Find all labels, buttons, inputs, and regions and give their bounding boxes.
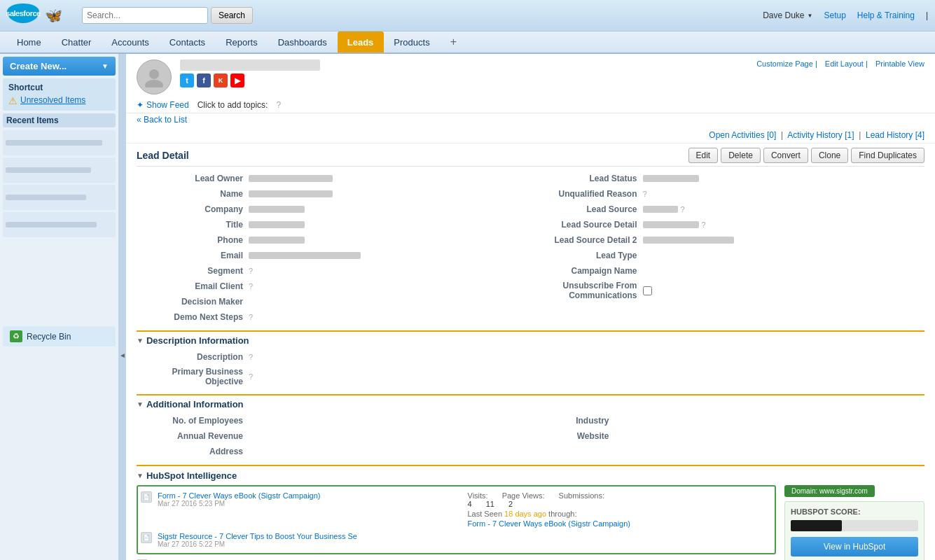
segment-value: ?: [249, 267, 531, 275]
activity-details-1: Form - 7 Clever Ways eBook (Sigstr Campa…: [158, 491, 462, 528]
recent-placeholder-bar: [6, 222, 97, 227]
printable-view-link[interactable]: Printable View: [875, 59, 924, 68]
description-section-header[interactable]: ▼ Description Information: [137, 332, 924, 349]
sidebar-container: Create New... ▼ Shortcut ⚠ Unresolved It…: [0, 54, 126, 560]
lead-status-row: Lead Status: [531, 171, 925, 186]
unqualified-help-icon: ?: [643, 190, 647, 198]
search-button[interactable]: Search: [211, 7, 253, 24]
facebook-icon[interactable]: f: [197, 74, 211, 88]
page-actions: Customize Page | Edit Layout | Printable…: [751, 59, 924, 68]
decision-maker-label: Decision Maker: [137, 297, 249, 307]
fields-right-col: Lead Status Unqualified Reason ? Lead So…: [531, 171, 925, 325]
hubspot-score-section: HUBSPOT SCORE: View in HubSpot: [784, 501, 924, 560]
title-value: [249, 221, 531, 228]
segment-label: Segment: [137, 266, 249, 276]
email-client-label: Email Client: [137, 281, 249, 291]
twitter-icon[interactable]: t: [180, 74, 194, 88]
nav-products[interactable]: Products: [384, 31, 440, 52]
additional-section: ▼ Additional Information No. of Employee…: [126, 394, 935, 459]
unsubscribe-checkbox[interactable]: [643, 286, 652, 295]
edit-layout-link[interactable]: Edit Layout: [825, 59, 864, 68]
activity-stats-values: 4 11 2: [468, 500, 773, 508]
create-dropdown-icon: ▼: [102, 62, 109, 70]
activity-stats-row: Visits: Page Views: Submissions:: [468, 491, 773, 500]
description-right: [531, 349, 925, 388]
nav-accounts[interactable]: Accounts: [102, 31, 159, 52]
email-label: Email: [137, 251, 249, 260]
nav-home[interactable]: Home: [7, 31, 52, 52]
user-menu[interactable]: Dave Duke ▼: [763, 10, 812, 20]
lead-detail-section: Lead Detail Edit Delete Convert Clone Fi…: [126, 144, 935, 325]
delete-button[interactable]: Delete: [721, 148, 761, 163]
topics-info-icon[interactable]: ?: [276, 100, 281, 110]
activity-title-1[interactable]: Form - 7 Clever Ways eBook (Sigstr Campa…: [158, 491, 462, 500]
activity-title-2[interactable]: Sigstr Resource - 7 Clever Tips to Boost…: [158, 532, 772, 540]
hubspot-right-panel: Domain: www.sigstr.com HUBSPOT SCORE: Vi…: [784, 485, 924, 560]
customize-page-link[interactable]: Customize Page: [756, 59, 813, 68]
top-bar: salesforce 🦋 Search Dave Duke ▼ Setup He…: [0, 0, 935, 31]
description-sub-section: ▼ Description Information Description ? …: [137, 330, 924, 388]
recent-item-1: [3, 130, 116, 155]
description-label: Description: [137, 352, 249, 362]
nav-chatter[interactable]: Chatter: [52, 31, 102, 52]
company-value: [249, 206, 531, 213]
help-link[interactable]: Help & Training: [857, 10, 915, 20]
hubspot-highlighted-group: 📄 Form - 7 Clever Ways eBook (Sigstr Cam…: [137, 485, 776, 554]
additional-left: No. of Employees Annual Revenue Address: [137, 413, 531, 459]
open-activities-link[interactable]: Open Activities [0]: [709, 130, 776, 140]
hubspot-header[interactable]: ▼ HubSpot Intelligence: [137, 470, 924, 485]
lead-type-label: Lead Type: [531, 251, 643, 260]
nav-contacts[interactable]: Contacts: [160, 31, 216, 52]
setup-link[interactable]: Setup: [824, 10, 845, 20]
search-input[interactable]: [82, 7, 208, 24]
hubspot-left-panel: 📄 Form - 7 Clever Ways eBook (Sigstr Cam…: [137, 485, 776, 560]
primary-business-row: Primary Business Objective ?: [137, 365, 531, 388]
avatar-icon: [144, 66, 165, 88]
lead-source-detail2-value: [643, 237, 925, 244]
hubspot-activity-item-2: 📄 Sigstr Resource - 7 Clever Tips to Boo…: [141, 530, 772, 550]
feed-bar: ✦ Show Feed Click to add topics: ?: [126, 97, 935, 113]
create-new-button[interactable]: Create New... ▼: [3, 57, 116, 76]
find-duplicates-button[interactable]: Find Duplicates: [851, 148, 924, 163]
sidebar-spacer: [0, 239, 118, 323]
clone-button[interactable]: Clone: [811, 148, 848, 163]
last-seen-campaign: Form - 7 Clever Ways eBook (Sigstr Campa…: [468, 519, 773, 528]
convert-button[interactable]: Convert: [763, 148, 808, 163]
description-help-icon: ?: [249, 353, 253, 361]
user-dropdown-icon: ▼: [808, 13, 813, 19]
email-client-help-icon: ?: [249, 282, 253, 290]
description-section: ▼ Description Information Description ? …: [126, 330, 935, 388]
activity-history-link[interactable]: Activity History [1]: [787, 130, 854, 140]
nav-leads[interactable]: Leads: [338, 31, 385, 52]
back-to-list-link[interactable]: « Back to List: [126, 113, 935, 126]
nav-dashboards[interactable]: Dashboards: [268, 31, 338, 52]
lead-history-link[interactable]: Lead History [4]: [866, 130, 924, 140]
unsubscribe-label: Unsubscribe From Communications: [531, 281, 643, 300]
last-seen-campaign-link[interactable]: Form - 7 Clever Ways eBook (Sigstr Campa…: [468, 519, 631, 528]
sidebar-collapse-btn[interactable]: ◄: [119, 54, 126, 560]
email-value: [249, 252, 531, 259]
salesforce-logo: salesforce: [7, 4, 42, 28]
primary-business-value: ?: [249, 372, 531, 381]
description-value: ?: [249, 353, 531, 361]
unresolved-items[interactable]: ⚠ Unresolved Items: [8, 95, 110, 106]
title-row: Title: [137, 217, 531, 232]
social-icons-row: t f K ▶: [180, 74, 320, 88]
view-in-hubspot-button[interactable]: View in HubSpot: [791, 537, 918, 556]
description-section-title: Description Information: [146, 335, 249, 346]
logo-area: salesforce 🦋: [7, 4, 62, 28]
nav-plus[interactable]: +: [441, 31, 467, 52]
recycle-bin[interactable]: ♻ Recycle Bin: [3, 326, 116, 346]
warning-icon: ⚠: [8, 95, 18, 106]
unresolved-link[interactable]: Unresolved Items: [20, 95, 85, 105]
additional-section-header[interactable]: ▼ Additional Information: [137, 396, 924, 413]
klout-icon[interactable]: K: [214, 74, 228, 88]
action-buttons: Edit Delete Convert Clone Find Duplicate…: [688, 148, 924, 163]
website-row: Website: [531, 428, 925, 444]
nav-reports[interactable]: Reports: [216, 31, 268, 52]
hubspot-score-bar: [791, 520, 918, 531]
show-feed-button[interactable]: ✦ Show Feed: [137, 100, 189, 110]
youtube-icon[interactable]: ▶: [230, 74, 244, 88]
edit-button[interactable]: Edit: [688, 148, 719, 163]
lead-owner-row: Lead Owner: [137, 171, 531, 186]
